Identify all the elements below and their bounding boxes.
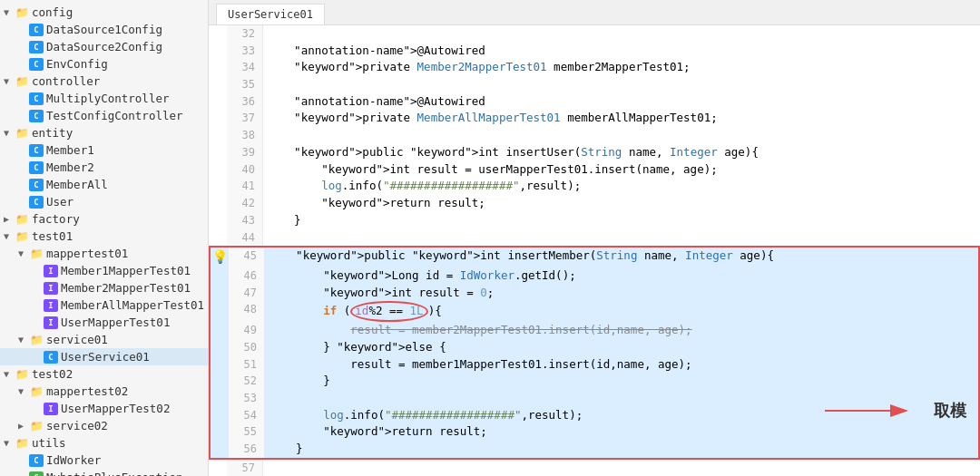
tree-label-member2mappertest01: Member2MapperTest01 [61, 281, 191, 295]
line-content-38[interactable] [263, 127, 270, 144]
line-hint-57 [209, 460, 227, 476]
tree-label-user: User [46, 195, 74, 209]
line-content-49[interactable]: result = member2MapperTest01.insert(id,n… [265, 322, 696, 339]
line-hint-52 [211, 373, 229, 390]
tree-label-memberallmappertest01: MemberAllMapperTest01 [61, 298, 204, 312]
line-hint-40 [209, 161, 227, 179]
hint-icon: 💡 [212, 249, 228, 264]
sidebar-item-test01[interactable]: ▼📁test01 [0, 228, 208, 245]
sidebar-item-utils[interactable]: ▼📁utils [0, 434, 208, 452]
sidebar-item-member2mappertest01[interactable]: IMember2MapperTest01 [0, 279, 208, 296]
sidebar-item-testconfigcontroller[interactable]: CTestConfigController [0, 107, 208, 124]
sidebar-item-datasource1config[interactable]: CDataSource1Config [0, 21, 208, 38]
sidebar-item-service01[interactable]: ▼📁service01 [0, 331, 208, 348]
sidebar-item-member2[interactable]: CMember2 [0, 159, 208, 176]
file-tree[interactable]: ▼📁configCDataSource1ConfigCDataSource2Co… [0, 0, 209, 476]
tree-icon-test02: 📁 [15, 368, 29, 381]
line-hint-48 [211, 301, 229, 322]
code-line-37: 37 "keyword">private MemberAllMapperTest… [209, 110, 980, 127]
line-content-50[interactable]: } "keyword">else { [265, 339, 450, 356]
sidebar-item-mybatisplusexception[interactable]: CMybatisPlusException [0, 469, 208, 476]
tree-label-datasource1config: DataSource1Config [46, 23, 162, 36]
line-content-37[interactable]: "keyword">private MemberAllMapperTest01 … [263, 110, 721, 127]
line-content-46[interactable]: "keyword">Long id = IdWorker.getId(); [265, 267, 580, 285]
line-content-57[interactable] [263, 460, 270, 476]
tree-icon-multiplycontroller: C [29, 92, 44, 105]
line-content-40[interactable]: "keyword">int result = userMapperTest01.… [263, 161, 721, 179]
sidebar-item-idworker[interactable]: CIdWorker [0, 452, 208, 469]
line-number-34: 34 [227, 59, 263, 76]
tree-arrow-mappertest01: ▼ [18, 248, 29, 258]
line-content-48[interactable]: if (id%2 == 1L){ [265, 301, 446, 322]
tree-label-test02: test02 [32, 367, 73, 381]
line-number-55: 55 [229, 423, 265, 441]
sidebar-item-multiplycontroller[interactable]: CMultiplyController [0, 90, 208, 107]
line-content-56[interactable]: } [265, 441, 307, 458]
sidebar-item-memberall[interactable]: CMemberAll [0, 176, 208, 193]
code-line-56: 56 } [209, 441, 980, 460]
sidebar-item-controller[interactable]: ▼📁controller [0, 73, 208, 90]
line-content-34[interactable]: "keyword">private Member2MapperTest01 me… [263, 59, 694, 76]
line-hint-45: 💡 [211, 248, 229, 267]
tree-icon-member2: C [29, 161, 44, 174]
line-content-44[interactable] [263, 229, 270, 247]
line-number-32: 32 [227, 25, 263, 43]
line-content-33[interactable]: "annotation-name">@Autowired [263, 43, 489, 60]
tree-label-member1mappertest01: Member1MapperTest01 [61, 264, 191, 277]
code-line-45: 💡45 "keyword">public "keyword">int inser… [209, 246, 980, 267]
line-number-51: 51 [229, 356, 265, 374]
line-content-51[interactable]: result = member1MapperTest01.insert(id,n… [265, 356, 696, 374]
line-content-36[interactable]: "annotation-name">@Autowired [263, 93, 489, 111]
sidebar-item-factory[interactable]: ▶📁factory [0, 210, 208, 228]
code-line-46: 46 "keyword">Long id = IdWorker.getId(); [209, 267, 980, 285]
sidebar-item-service02[interactable]: ▶📁service02 [0, 417, 208, 434]
tree-icon-mappertest02: 📁 [29, 385, 44, 398]
sidebar-item-member1[interactable]: CMember1 [0, 141, 208, 159]
tree-arrow-utils: ▼ [4, 438, 15, 448]
line-content-32[interactable] [263, 25, 270, 43]
tree-icon-factory: 📁 [15, 213, 29, 226]
line-content-43[interactable]: } [263, 212, 305, 229]
line-content-42[interactable]: "keyword">return result; [263, 195, 489, 212]
line-hint-42 [209, 195, 227, 212]
sidebar-item-usermappertest01[interactable]: IUserMapperTest01 [0, 314, 208, 331]
sidebar-item-envconfig[interactable]: CEnvConfig [0, 55, 208, 73]
line-content-47[interactable]: "keyword">int result = 0; [265, 285, 497, 302]
line-content-55[interactable]: "keyword">return result; [265, 423, 491, 441]
tree-label-service01: service01 [46, 333, 108, 346]
line-hint-55 [211, 423, 229, 441]
line-content-39[interactable]: "keyword">public "keyword">int insertUse… [263, 144, 762, 161]
code-line-39: 39 "keyword">public "keyword">int insert… [209, 144, 980, 161]
line-content-53[interactable] [265, 390, 272, 407]
line-hint-47 [211, 285, 229, 302]
tree-icon-datasource2config: C [29, 41, 44, 53]
sidebar-item-config[interactable]: ▼📁config [0, 4, 208, 21]
tab-userservice01[interactable]: UserService01 [216, 4, 325, 24]
tree-icon-member1mappertest01: I [44, 265, 58, 277]
line-content-35[interactable] [263, 76, 270, 93]
sidebar-item-mappertest01[interactable]: ▼📁mappertest01 [0, 245, 208, 262]
line-content-52[interactable]: } [265, 373, 334, 390]
tree-label-controller: controller [32, 74, 100, 88]
sidebar-item-test02[interactable]: ▼📁test02 [0, 365, 208, 383]
sidebar-item-user[interactable]: CUser [0, 193, 208, 210]
line-hint-56 [211, 441, 229, 458]
line-hint-44 [209, 229, 227, 247]
tree-icon-envconfig: C [29, 58, 44, 71]
sidebar-item-userservice01[interactable]: CUserService01 [0, 348, 208, 365]
sidebar-item-member1mappertest01[interactable]: IMember1MapperTest01 [0, 262, 208, 279]
sidebar-item-entity[interactable]: ▼📁entity [0, 124, 208, 141]
line-content-54[interactable]: log.info("##################",result); [265, 407, 586, 424]
tree-icon-usermappertest02: I [44, 403, 58, 415]
code-editor[interactable]: 3233 "annotation-name">@Autowired34 "key… [209, 25, 980, 476]
tree-arrow-controller: ▼ [4, 76, 15, 86]
code-line-42: 42 "keyword">return result; [209, 195, 980, 212]
sidebar-item-mappertest02[interactable]: ▼📁mappertest02 [0, 383, 208, 400]
sidebar-item-memberallmappertest01[interactable]: IMemberAllMapperTest01 [0, 296, 208, 314]
line-content-41[interactable]: log.info("##################",result); [263, 178, 584, 195]
sidebar-item-datasource2config[interactable]: CDataSource2Config [0, 38, 208, 55]
sidebar-item-usermappertest02[interactable]: IUserMapperTest02 [0, 400, 208, 417]
tree-label-envconfig: EnvConfig [46, 57, 108, 71]
tree-icon-mybatisplusexception: C [29, 471, 44, 477]
line-content-45[interactable]: "keyword">public "keyword">int insertMem… [265, 248, 778, 267]
